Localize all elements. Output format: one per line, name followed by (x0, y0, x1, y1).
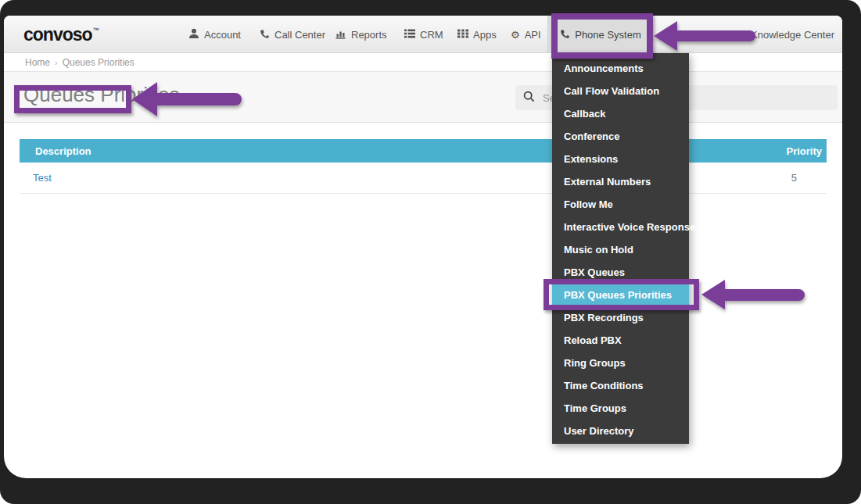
menu-item-interactive-voice-response[interactable]: Interactive Voice Response (552, 216, 689, 238)
gear-icon: ⚙ (662, 29, 672, 41)
list-icon (404, 28, 415, 41)
menu-item-user-directory[interactable]: User Directory (552, 420, 689, 442)
menu-item-call-flow-validation[interactable]: Call Flow Validation (552, 80, 689, 102)
nav-call-center-label: Call Center (274, 29, 325, 41)
trademark: ™ (93, 27, 99, 34)
grid-icon (457, 28, 468, 41)
menu-item-music-on-hold[interactable]: Music on Hold (552, 238, 689, 261)
menu-item-pbx-recordings[interactable]: PBX Recordings (552, 306, 689, 329)
cell-description: Test (20, 163, 534, 193)
queues-priorities-table: Description Priority Test 5 (20, 139, 827, 194)
menu-item-pbx-queues-priorities[interactable]: PBX Queues Priorities (552, 284, 689, 306)
user-icon (188, 28, 199, 41)
table-header-row: Description Priority (20, 139, 827, 163)
menu-item-follow-me[interactable]: Follow Me (552, 193, 689, 216)
nav-api[interactable]: ⚙ API (511, 16, 541, 53)
nav-apps-label: Apps (473, 29, 497, 41)
menu-item-announcements[interactable]: Announcements (552, 57, 689, 80)
nav-api-label: API (525, 29, 541, 41)
nav-reports-label: Reports (351, 29, 387, 41)
phone-system-menu: Announcements Call Flow Validation Callb… (552, 53, 689, 444)
breadcrumb: Home › Queues Priorities (4, 53, 842, 72)
nav-phone-system[interactable]: Phone System (547, 16, 653, 53)
app-window: convoso™ Account Call Center Reports CRM… (4, 16, 842, 478)
menu-item-ring-groups[interactable]: Ring Groups (552, 352, 689, 374)
nav-settings[interactable]: ⚙ Settings (662, 16, 713, 53)
phone-icon (259, 28, 270, 41)
nav-knowledge-center[interactable]: Knowledge Center (751, 16, 834, 53)
nav-reports[interactable]: Reports (335, 16, 387, 53)
menu-item-callback[interactable]: Callback (552, 102, 689, 125)
bar-chart-icon (335, 28, 346, 41)
nav-account-label: Account (204, 29, 241, 41)
page-title: Queues Priorities (23, 83, 179, 107)
menu-item-time-groups[interactable]: Time Groups (552, 397, 689, 420)
top-navbar: convoso™ Account Call Center Reports CRM… (4, 16, 842, 53)
nav-settings-label: Settings (676, 29, 713, 41)
nav-phone-system-label: Phone System (575, 29, 641, 41)
breadcrumb-home[interactable]: Home (25, 57, 50, 68)
gear-icon: ⚙ (511, 29, 520, 41)
logo-text: convoso (23, 24, 92, 45)
menu-item-pbx-queues[interactable]: PBX Queues (552, 261, 689, 284)
nav-apps[interactable]: Apps (457, 16, 497, 53)
convoso-logo[interactable]: convoso™ (23, 16, 99, 53)
page-header: Queues Priorities (4, 72, 842, 123)
breadcrumb-separator: › (55, 58, 58, 67)
queue-priority-link[interactable]: Test (33, 172, 52, 184)
nav-knowledge-center-label: Knowledge Center (751, 29, 834, 41)
table-row: Test 5 (20, 163, 827, 193)
menu-item-conference[interactable]: Conference (552, 125, 689, 148)
search-icon (523, 91, 535, 105)
menu-item-extensions[interactable]: Extensions (552, 148, 689, 170)
screenshot-frame: convoso™ Account Call Center Reports CRM… (0, 0, 861, 504)
nav-crm-label: CRM (420, 29, 443, 41)
nav-call-center[interactable]: Call Center (259, 16, 325, 53)
phone-icon (559, 28, 570, 41)
column-header-description[interactable]: Description (20, 139, 534, 163)
nav-crm[interactable]: CRM (404, 16, 443, 53)
nav-account[interactable]: Account (188, 16, 241, 53)
menu-item-reload-pbx[interactable]: Reload PBX (552, 329, 689, 352)
breadcrumb-current: Queues Priorities (63, 57, 135, 68)
menu-item-time-conditions[interactable]: Time Conditions (552, 374, 689, 397)
menu-item-external-numbers[interactable]: External Numbers (552, 170, 689, 193)
